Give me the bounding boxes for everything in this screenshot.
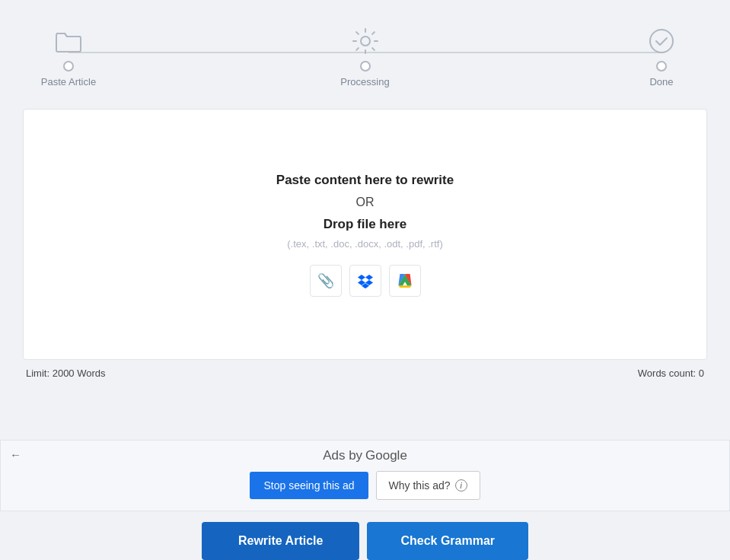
word-count-label: Words count: 0 <box>638 368 704 379</box>
paste-text: Paste content here to rewrite <box>276 173 454 188</box>
dropbox-icon <box>358 273 373 288</box>
dropbox-button[interactable] <box>349 265 381 297</box>
step-dot-done <box>656 61 667 72</box>
step-label-done: Done <box>649 76 673 88</box>
ad-section: ← Ads by Google Stop seeing this ad Why … <box>0 440 730 511</box>
action-buttons: Rewrite Article Check Grammar <box>0 511 730 560</box>
step-processing: Processing <box>327 23 403 88</box>
svg-point-0 <box>361 37 370 46</box>
info-icon: i <box>455 479 467 492</box>
step-dot-processing <box>360 61 371 72</box>
why-ad-label: Why this ad? <box>389 479 451 492</box>
google-text: Google <box>365 448 407 463</box>
or-text: OR <box>356 196 375 209</box>
main-container: Paste Article Processing Done <box>0 0 730 440</box>
paperclip-icon: 📎 <box>317 272 334 289</box>
why-ad-button[interactable]: Why this ad? i <box>376 471 480 500</box>
stop-ad-button[interactable]: Stop seeing this ad <box>250 472 368 499</box>
ad-buttons-row: Stop seeing this ad Why this ad? i <box>250 471 480 500</box>
rewrite-article-button[interactable]: Rewrite Article <box>202 522 359 560</box>
ads-by-text: Ads by <box>323 448 362 463</box>
formats-text: (.tex, .txt, .doc, .docx, .odt, .pdf, .r… <box>287 238 442 250</box>
check-icon <box>643 23 680 59</box>
word-limit-label: Limit: 2000 Words <box>26 368 106 379</box>
check-grammar-button[interactable]: Check Grammar <box>367 522 528 560</box>
step-dot-paste <box>63 61 74 72</box>
step-label-paste: Paste Article <box>41 76 96 88</box>
svg-point-1 <box>650 30 673 52</box>
folder-icon <box>50 23 87 59</box>
step-paste: Paste Article <box>30 23 107 88</box>
upload-icons: 📎 <box>310 265 421 297</box>
google-drive-button[interactable] <box>389 265 421 297</box>
step-label-processing: Processing <box>340 76 389 88</box>
ad-back-arrow[interactable]: ← <box>10 448 21 461</box>
gear-icon <box>347 23 384 59</box>
drop-zone[interactable]: Paste content here to rewrite OR Drop fi… <box>23 109 707 360</box>
progress-bar: Paste Article Processing Done <box>23 23 707 88</box>
ads-by-google: Ads by Google <box>323 448 407 463</box>
google-drive-icon <box>397 273 413 288</box>
word-limit-bar: Limit: 2000 Words Words count: 0 <box>23 360 707 387</box>
attach-file-button[interactable]: 📎 <box>310 265 342 297</box>
step-done: Done <box>623 23 700 88</box>
drop-text: Drop file here <box>324 217 407 232</box>
